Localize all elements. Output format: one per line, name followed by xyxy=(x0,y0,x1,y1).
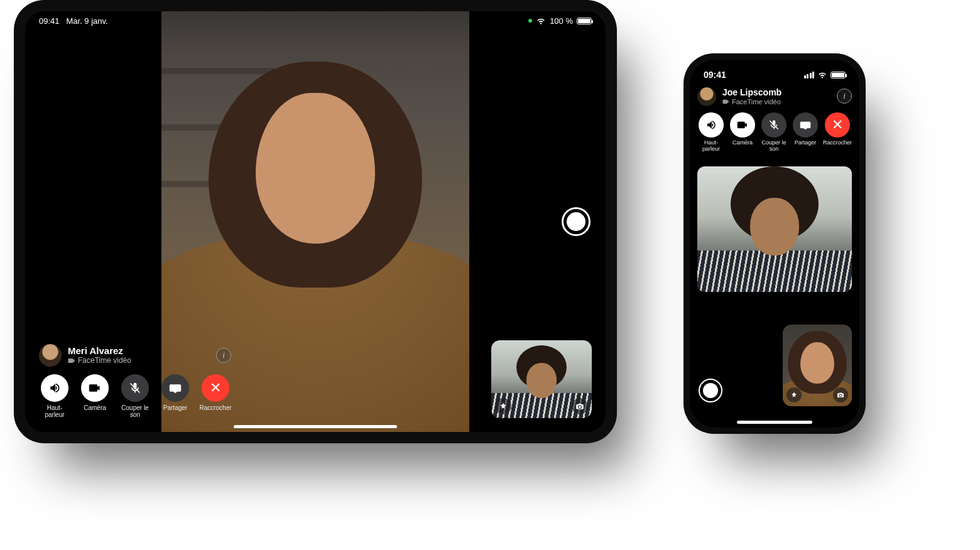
caller-subtitle: FaceTime vidéo xyxy=(68,357,131,365)
call-button-row: Haut-parleur Caméra Couper le son xyxy=(697,112,852,153)
call-controls-panel: Joe Lipscomb FaceTime vidéo i Haut-parle… xyxy=(697,87,852,153)
camera-label: Caméra xyxy=(84,404,106,411)
camera-icon xyxy=(737,119,748,131)
video-icon xyxy=(722,99,729,104)
mute-button[interactable] xyxy=(761,112,787,138)
ipad-device: 09:41 Mar. 9 janv. 100 % xyxy=(14,0,617,443)
effects-button[interactable] xyxy=(787,387,802,402)
camera-control: Caméra xyxy=(729,112,756,153)
end-call-button[interactable]: ✕ xyxy=(202,374,229,402)
shareplay-icon xyxy=(800,119,811,131)
end-control: ✕ Raccrocher xyxy=(823,112,852,153)
live-photo-button[interactable] xyxy=(562,207,591,236)
iphone-time: 09:41 xyxy=(704,70,726,80)
close-icon: ✕ xyxy=(210,380,221,396)
call-controls-panel: Meri Alvarez FaceTime vidéo i Haut-parle… xyxy=(39,344,234,418)
caller-avatar xyxy=(697,87,716,106)
remote-video[interactable] xyxy=(697,166,852,292)
caller-name: Meri Alvarez xyxy=(68,346,131,357)
mute-label: Couper le son xyxy=(760,140,788,153)
caller-avatar xyxy=(39,344,62,367)
ipad-status-left: 09:41 Mar. 9 janv. xyxy=(39,16,108,26)
share-button[interactable] xyxy=(161,374,189,402)
end-label: Raccrocher xyxy=(199,404,231,411)
mic-off-icon xyxy=(129,382,141,394)
dynamic-island xyxy=(746,66,803,82)
mute-label: Couper le son xyxy=(119,404,151,418)
caller-info: Meri Alvarez FaceTime vidéo i xyxy=(39,344,234,367)
share-control: Partager xyxy=(792,112,819,153)
home-indicator[interactable] xyxy=(234,425,397,428)
speaker-button[interactable] xyxy=(699,112,724,138)
share-label: Partager xyxy=(163,404,187,411)
camera-icon xyxy=(89,382,101,394)
end-label: Raccrocher xyxy=(823,140,852,146)
ipad-time: 09:41 xyxy=(39,16,60,26)
share-label: Partager xyxy=(795,140,817,146)
camera-button[interactable] xyxy=(81,374,109,402)
camera-active-dot-icon xyxy=(528,19,532,23)
battery-icon xyxy=(577,18,592,24)
mute-button[interactable] xyxy=(121,374,149,402)
self-view-pip[interactable] xyxy=(491,340,592,418)
speaker-control: Haut-parleur xyxy=(697,112,725,153)
home-indicator[interactable] xyxy=(737,421,812,424)
ipad-status-right: 100 % xyxy=(528,16,592,26)
speaker-label: Haut-parleur xyxy=(697,140,725,153)
battery-icon xyxy=(830,72,846,78)
shareplay-icon xyxy=(169,382,182,394)
flip-camera-button[interactable] xyxy=(572,398,588,414)
caller-subtitle: FaceTime vidéo xyxy=(722,98,781,105)
camera-control: Caméra xyxy=(79,374,111,418)
effects-button[interactable] xyxy=(495,398,511,414)
ipad-screen: 09:41 Mar. 9 janv. 100 % xyxy=(25,11,606,432)
speaker-label: Haut-parleur xyxy=(39,404,70,418)
share-button[interactable] xyxy=(793,112,818,138)
mute-control: Couper le son xyxy=(119,374,151,418)
iphone-screen: 09:41 Joe Lipscomb FaceTime vidéo xyxy=(690,60,859,428)
speaker-icon xyxy=(705,119,717,131)
speaker-icon xyxy=(48,382,61,394)
flip-camera-button[interactable] xyxy=(833,387,848,402)
mic-off-icon xyxy=(768,119,780,131)
iphone-device: 09:41 Joe Lipscomb FaceTime vidéo xyxy=(683,53,866,434)
speaker-button[interactable] xyxy=(41,374,68,402)
caller-info: Joe Lipscomb FaceTime vidéo i xyxy=(697,87,852,106)
ipad-date: Mar. 9 janv. xyxy=(66,16,107,26)
call-info-button[interactable]: i xyxy=(216,348,231,363)
iphone-status-right xyxy=(804,71,846,78)
speaker-control: Haut-parleur xyxy=(39,374,70,418)
cellular-icon xyxy=(804,72,815,78)
camera-button[interactable] xyxy=(730,112,755,138)
self-view-pip[interactable] xyxy=(783,325,852,406)
battery-text: 100 % xyxy=(550,16,573,26)
live-photo-button[interactable] xyxy=(699,379,722,402)
caller-name: Joe Lipscomb xyxy=(722,88,781,97)
call-button-row: Haut-parleur Caméra Couper le son xyxy=(39,374,234,418)
call-info-button[interactable]: i xyxy=(837,89,852,104)
end-call-button[interactable]: ✕ xyxy=(825,112,850,138)
mute-control: Couper le son xyxy=(760,112,788,153)
end-control: ✕ Raccrocher xyxy=(200,374,231,418)
wifi-icon xyxy=(817,71,827,78)
close-icon: ✕ xyxy=(832,117,843,132)
camera-label: Caméra xyxy=(732,140,753,146)
video-icon xyxy=(68,357,75,364)
share-control: Partager xyxy=(160,374,191,418)
wifi-icon xyxy=(536,17,546,24)
